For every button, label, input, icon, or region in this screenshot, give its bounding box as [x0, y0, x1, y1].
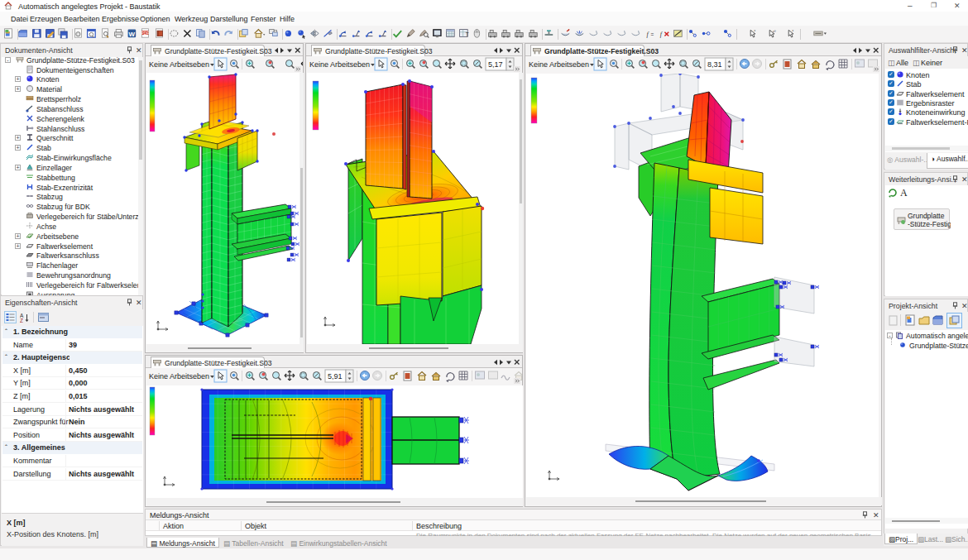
svg-text:=: = [650, 31, 654, 37]
svg-text:Keine Arbeitseben: Keine Arbeitseben [309, 60, 370, 69]
svg-text:8,31: 8,31 [707, 60, 722, 69]
svg-text:5,91: 5,91 [328, 372, 343, 381]
svg-text:Keine Arbeitseben: Keine Arbeitseben [529, 60, 589, 69]
svg-text:f: f [647, 31, 650, 38]
svg-text:°: ° [792, 29, 793, 34]
svg-text:°: ° [754, 29, 755, 34]
svg-text:f: f [660, 31, 664, 38]
svg-text:Keine Arbeitseben: Keine Arbeitseben [149, 372, 209, 381]
svg-text:W: W [129, 31, 136, 38]
svg-text:Keine Arbeitseben: Keine Arbeitseben [149, 60, 209, 69]
svg-text:T: T [466, 31, 469, 37]
svg-text:Z: Z [20, 318, 23, 323]
svg-text:5,17: 5,17 [488, 60, 503, 69]
svg-text:ⁿº: ⁿº [773, 29, 776, 34]
svg-text:PDF: PDF [141, 31, 150, 36]
